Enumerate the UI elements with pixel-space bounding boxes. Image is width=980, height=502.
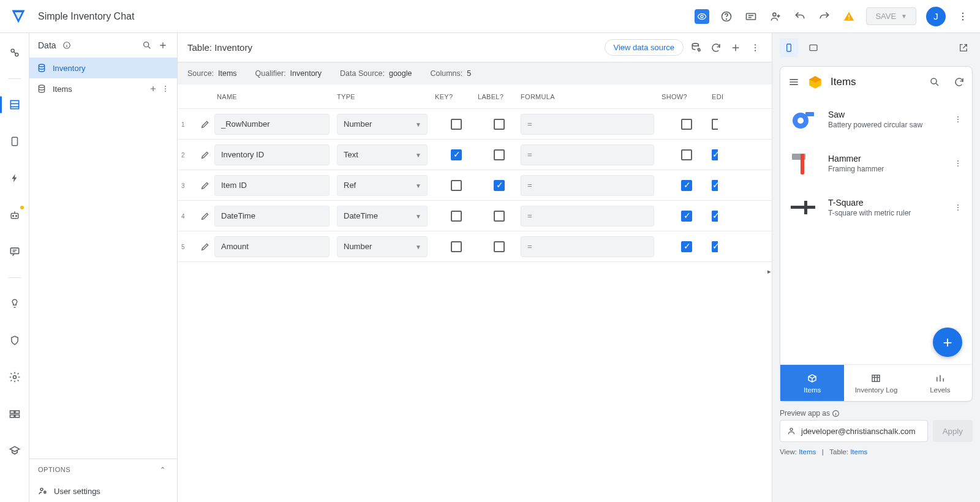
column-type-select[interactable]: Ref — [337, 175, 428, 196]
checkbox[interactable] — [494, 119, 505, 130]
save-button[interactable]: SAVE▼ — [866, 7, 916, 25]
checkbox[interactable] — [451, 211, 462, 222]
checkbox[interactable] — [451, 119, 462, 130]
add-user-icon[interactable] — [768, 9, 783, 24]
checkbox[interactable] — [494, 241, 505, 252]
info-icon[interactable] — [61, 40, 72, 51]
column-type-select[interactable]: Number — [337, 114, 428, 135]
formula-input[interactable]: = — [521, 114, 654, 135]
checkbox[interactable] — [494, 180, 505, 191]
preview-item-row[interactable]: Hammer Framing hammer — [780, 141, 972, 185]
checkbox[interactable] — [712, 180, 718, 191]
preview-search-icon[interactable] — [929, 77, 940, 88]
svg-point-0 — [701, 15, 703, 18]
item-more-icon[interactable] — [950, 114, 966, 124]
warning-icon[interactable] — [842, 9, 856, 24]
checkbox[interactable] — [451, 241, 462, 252]
formula-input[interactable]: = — [521, 144, 654, 165]
formula-input[interactable]: = — [521, 175, 654, 196]
checkbox[interactable] — [712, 211, 718, 222]
rail-data-icon[interactable] — [4, 94, 26, 116]
column-type-select[interactable]: Number — [337, 236, 428, 257]
open-preview-icon[interactable] — [954, 39, 973, 57]
rail-manage-icon[interactable] — [4, 403, 26, 425]
undo-icon[interactable] — [793, 9, 807, 24]
column-row: 2 Inventory ID Text▼ = — [178, 140, 772, 170]
footer-view-link[interactable]: Items — [799, 448, 816, 455]
formula-input[interactable]: = — [521, 236, 654, 257]
add-column-icon[interactable] — [729, 41, 742, 54]
checkbox[interactable] — [681, 211, 692, 222]
redo-icon[interactable] — [817, 9, 832, 24]
checkbox[interactable] — [712, 241, 718, 252]
checkbox[interactable] — [681, 241, 692, 252]
hamburger-icon[interactable] — [788, 76, 800, 88]
rail-home-icon[interactable] — [4, 42, 26, 64]
rail-security-icon[interactable] — [4, 329, 26, 351]
checkbox[interactable] — [712, 149, 718, 160]
help-icon[interactable] — [719, 9, 734, 24]
rail-chat-icon[interactable] — [4, 241, 26, 263]
sidebar-table-inventory[interactable]: Inventory — [29, 58, 177, 78]
formula-input[interactable]: = — [521, 206, 654, 227]
shortcuts-icon[interactable] — [744, 9, 758, 24]
collapse-preview-icon[interactable]: ▸ — [767, 268, 774, 280]
user-settings-row[interactable]: User settings — [29, 480, 177, 502]
more-icon[interactable] — [161, 84, 170, 93]
search-icon[interactable] — [141, 40, 153, 51]
preview-item-row[interactable]: Saw Battery powered circular saw — [780, 97, 972, 141]
preview-toggle-icon[interactable] — [695, 9, 709, 24]
item-more-icon[interactable] — [950, 159, 966, 168]
more-icon[interactable] — [956, 9, 970, 24]
rail-actions-icon[interactable] — [4, 167, 26, 189]
checkbox[interactable] — [451, 149, 462, 160]
edit-column-icon[interactable] — [196, 119, 214, 129]
column-name-input[interactable]: Amount — [214, 236, 330, 257]
column-name-input[interactable]: Item ID — [214, 175, 330, 196]
fab-add-button[interactable]: + — [933, 328, 962, 357]
sidebar-table-items[interactable]: Items — [29, 78, 177, 99]
rail-learn-icon[interactable] — [4, 440, 26, 462]
column-name-input[interactable]: Inventory ID — [214, 144, 330, 165]
preview-email-input[interactable]: jdeveloper@christianschalk.com — [780, 420, 928, 442]
avatar[interactable]: J — [926, 7, 946, 26]
column-name-input[interactable]: _RowNumber — [214, 114, 330, 135]
checkbox[interactable] — [681, 119, 692, 130]
apply-button[interactable]: Apply — [933, 420, 973, 442]
svg-rect-12 — [10, 100, 18, 108]
checkbox[interactable] — [494, 149, 505, 160]
checkbox[interactable] — [681, 149, 692, 160]
info-icon[interactable] — [832, 410, 840, 418]
preview-tab-inventory-log[interactable]: Inventory Log — [844, 365, 908, 401]
refresh-icon[interactable] — [709, 41, 723, 54]
add-icon[interactable] — [149, 84, 157, 93]
rail-views-icon[interactable] — [4, 130, 26, 152]
rail-intelligence-icon[interactable] — [4, 293, 26, 315]
item-more-icon[interactable] — [950, 203, 966, 212]
preview-item-row[interactable]: T-Square T-square with metric ruler — [780, 185, 972, 230]
table-settings-icon[interactable] — [690, 41, 703, 54]
column-type-select[interactable]: DateTime — [337, 206, 428, 227]
edit-column-icon[interactable] — [196, 211, 214, 221]
checkbox[interactable] — [451, 180, 462, 191]
view-data-source-button[interactable]: View data source — [605, 39, 684, 56]
rail-settings-icon[interactable] — [4, 366, 26, 388]
preview-tab-levels[interactable]: Levels — [908, 365, 972, 401]
add-table-icon[interactable] — [157, 40, 168, 51]
preview-tablet-tab[interactable] — [804, 39, 823, 57]
checkbox[interactable] — [712, 119, 718, 130]
edit-column-icon[interactable] — [196, 150, 214, 160]
column-type-select[interactable]: Text — [337, 144, 428, 165]
edit-column-icon[interactable] — [196, 242, 214, 252]
preview-mobile-tab[interactable] — [780, 39, 798, 57]
table-more-icon[interactable] — [748, 41, 762, 54]
collapse-options-icon[interactable]: ⌃ — [157, 464, 168, 475]
column-name-input[interactable]: DateTime — [214, 206, 330, 227]
checkbox[interactable] — [494, 211, 505, 222]
edit-column-icon[interactable] — [196, 181, 214, 190]
preview-tab-items[interactable]: Items — [780, 365, 844, 401]
checkbox[interactable] — [681, 180, 692, 191]
rail-automation-icon[interactable] — [4, 204, 26, 226]
preview-refresh-icon[interactable] — [954, 77, 965, 88]
footer-table-link[interactable]: Items — [850, 448, 867, 455]
